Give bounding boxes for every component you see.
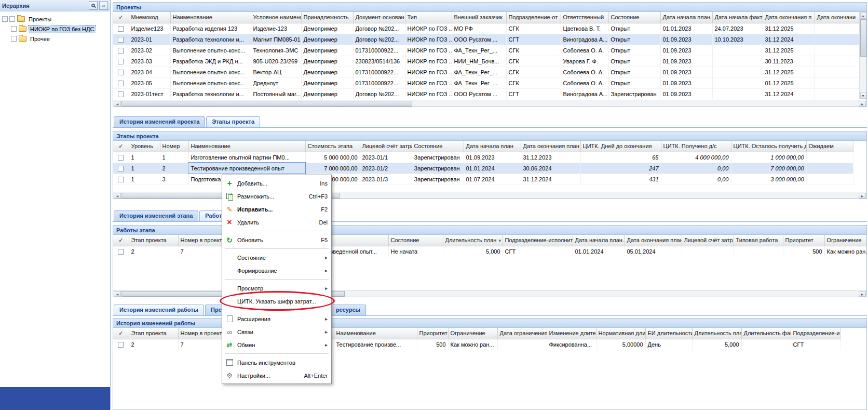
grid-cell[interactable] <box>806 152 853 163</box>
tree-item[interactable]: НИОКР по ГОЗ без НДС <box>11 24 108 34</box>
grid-cell[interactable] <box>113 77 129 88</box>
row-checkbox[interactable] <box>118 166 124 171</box>
grid-cell[interactable]: Разработка технологии и... <box>170 34 251 45</box>
scroll-down-icon[interactable]: ▼ <box>860 92 866 99</box>
row-checkbox[interactable] <box>118 59 124 64</box>
grid-cell[interactable]: 31.12.2024 <box>763 34 815 45</box>
column-header[interactable]: Уровень <box>129 141 160 152</box>
grid-cell[interactable] <box>734 246 783 257</box>
row-checkbox[interactable] <box>118 249 124 255</box>
grid-cell[interactable]: Цветкова В. Т. <box>561 23 608 34</box>
grid-cell[interactable]: Выполнение опытно-конс... <box>170 45 251 56</box>
column-header[interactable]: Наименование <box>188 141 305 152</box>
grid-cell[interactable]: 24.07.2023 <box>712 23 763 34</box>
grid-cell[interactable]: 3 000 000,00 <box>731 174 806 184</box>
context-menu-item[interactable]: ОбновитьF5 <box>223 233 330 246</box>
grid-cell[interactable]: Разработка ЭКД и РКД н... <box>170 56 251 67</box>
grid-cell[interactable]: 500 <box>783 246 824 257</box>
column-header[interactable]: Лицевой счёт затр <box>682 235 734 246</box>
row-checkbox[interactable] <box>118 26 124 32</box>
column-header[interactable]: Ответственный <box>561 12 608 23</box>
grid-cell[interactable] <box>815 67 861 77</box>
grid-cell[interactable]: Дредноут <box>251 77 301 88</box>
grid-cell[interactable]: 01.09.2023 <box>660 77 712 88</box>
grid-cell[interactable] <box>113 163 129 174</box>
grid-cell[interactable]: 905-U020-23/269 <box>251 56 301 67</box>
grid-cell[interactable]: НИОКР по ГОЗ ... <box>405 34 452 45</box>
grid-cell[interactable]: Разработка технологии и... <box>170 88 251 99</box>
grid-cell[interactable]: Зарегистрирован <box>608 88 660 99</box>
grid-cell[interactable]: СГТ <box>503 246 573 257</box>
grid-cell[interactable]: 2 <box>129 339 178 350</box>
grid-cell[interactable]: Открыт <box>608 77 660 88</box>
grid-cell[interactable]: НИОКР по ГОЗ ... <box>405 56 452 67</box>
grid-cell[interactable]: 10.10.2023 <box>712 34 763 45</box>
tree-item-label[interactable]: Проекты <box>27 16 53 23</box>
grid-cell[interactable]: 500 <box>417 339 448 350</box>
scroll-right-icon[interactable]: ► <box>859 291 866 297</box>
table-row[interactable]: 12Тестирование произведенной опыт7 000 0… <box>113 163 853 174</box>
grid-cell[interactable] <box>815 45 861 56</box>
column-header[interactable]: Тип <box>405 12 452 23</box>
grid-cell[interactable]: 01.09.2023 <box>660 34 712 45</box>
column-header[interactable]: Типовая работа <box>734 235 783 246</box>
grid-cell[interactable]: Соболева О. А. <box>561 77 608 88</box>
grid-cell[interactable]: 230823/0514/136 <box>353 56 405 67</box>
column-header[interactable]: ✓ <box>113 141 129 152</box>
grid-cell[interactable]: Демопример <box>301 88 353 99</box>
grid-cell[interactable] <box>113 174 129 184</box>
context-menu-item[interactable]: Размножить...Ctrl+F3 <box>223 190 330 203</box>
grid-cell[interactable]: Демопример <box>301 34 353 45</box>
grid-cell[interactable]: 5 000 000,00 <box>305 152 360 163</box>
grid-cell[interactable]: 2 <box>129 246 178 257</box>
grid-cell[interactable]: Зарегистрирован <box>412 174 464 184</box>
column-header[interactable]: ✓ <box>113 235 129 246</box>
grid-cell[interactable] <box>712 67 763 77</box>
grid-cell[interactable]: Не начата <box>388 246 443 257</box>
column-header[interactable]: Документ-основан <box>353 12 405 23</box>
column-header[interactable]: Дата начала план. <box>573 235 625 246</box>
grid-cell[interactable]: НИОКР по ГОЗ ... <box>405 45 452 56</box>
grid-cell[interactable]: 01.01.2024 <box>573 246 625 257</box>
grid-cell[interactable]: 31.12.2024 <box>521 174 580 184</box>
grid-cell[interactable]: СГК <box>506 67 561 77</box>
grid-cell[interactable]: Открыт <box>608 56 660 67</box>
grid-cell[interactable] <box>113 34 129 45</box>
grid-cell[interactable]: 2023-02 <box>129 45 170 56</box>
grid-cell[interactable]: СГК <box>506 77 561 88</box>
grid-cell[interactable]: Тестирование произве... <box>334 339 417 350</box>
tab[interactable]: Этапы проекта <box>206 116 260 127</box>
scroll-left-icon[interactable]: ◄ <box>114 193 121 199</box>
grid-cell[interactable]: НИОКР по ГОЗ ... <box>405 23 452 34</box>
collapse-panel-button[interactable]: « <box>99 1 108 10</box>
grid-cell[interactable]: 31.12.2025 <box>763 23 815 34</box>
grid-cell[interactable]: Вектор-АЦ <box>251 67 301 77</box>
grid-cell[interactable]: СГТ <box>506 88 561 99</box>
grid-cell[interactable]: ФА_Техн_Рег_... <box>452 45 506 56</box>
grid-cell[interactable]: 0,00 <box>661 174 731 184</box>
column-header[interactable]: Этап проекта <box>129 235 178 246</box>
grid-cell[interactable]: ООО Русатом ... <box>452 88 506 99</box>
grid-cell[interactable]: Виноградова А... <box>561 34 608 45</box>
scroll-right-icon[interactable]: ► <box>859 193 866 199</box>
row-checkbox[interactable] <box>118 81 124 86</box>
grid-cell[interactable]: Демопример <box>301 45 353 56</box>
row-checkbox[interactable] <box>118 342 124 348</box>
grid-cell[interactable]: 01.09.2023 <box>660 88 712 99</box>
scroll-right-icon[interactable]: ► <box>859 101 866 107</box>
grid-cell[interactable]: 31.12.2025 <box>763 67 815 77</box>
grid-cell[interactable] <box>113 339 129 350</box>
row-checkbox[interactable] <box>118 91 124 97</box>
grid-cell[interactable]: 0,00 <box>661 163 731 174</box>
column-header[interactable]: ✓ <box>113 12 129 23</box>
grid-cell[interactable]: Открыт <box>608 45 660 56</box>
tree-item-projects-root[interactable]: − Проекты <box>2 14 108 24</box>
context-menu-item[interactable]: Формирование▸ <box>223 264 330 277</box>
table-row[interactable]: 2023-01тестРазработка технологии и...Пос… <box>113 88 861 99</box>
scroll-left-icon[interactable]: ◄ <box>114 101 121 107</box>
grid-cell[interactable]: 01.09.2023 <box>464 152 521 163</box>
grid-cell[interactable]: Соболева О. А. <box>561 45 608 56</box>
column-header[interactable]: Условное наименова <box>251 12 301 23</box>
column-header[interactable]: Дата начала факт <box>712 12 763 23</box>
column-header[interactable]: Лицевой счёт затрат <box>360 141 412 152</box>
